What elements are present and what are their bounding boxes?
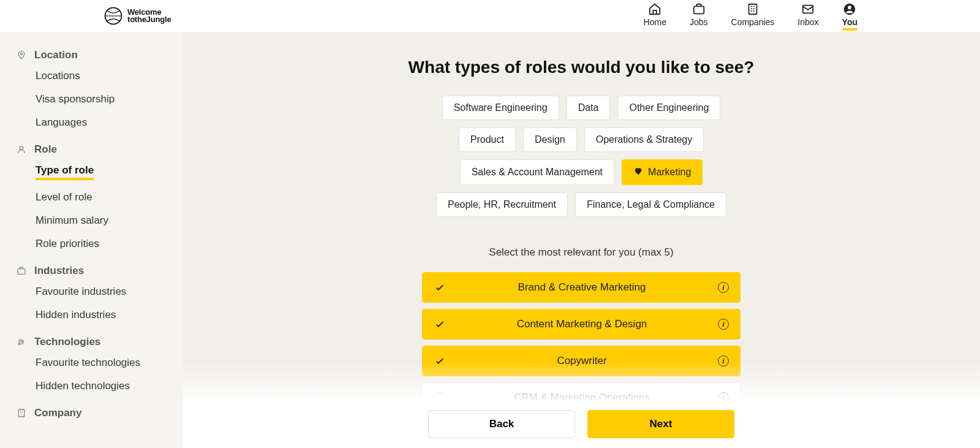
sidebar-item-hidden-industries[interactable]: Hidden industries	[36, 309, 116, 321]
nav-companies[interactable]: Companies	[731, 2, 775, 29]
role-options: Brand & Creative MarketingiContent Marke…	[422, 272, 741, 413]
inbox-icon	[801, 2, 815, 16]
chip-label: Operations & Strategy	[596, 134, 692, 145]
brand-logo[interactable]: Welcome totheJungle	[104, 7, 171, 25]
logo-icon	[104, 7, 123, 25]
role-chip-group: Software EngineeringDataOther Engineerin…	[422, 96, 741, 217]
sidebar-item-role-priorities[interactable]: Role priorities	[36, 238, 99, 250]
info-icon[interactable]: i	[718, 282, 729, 293]
chip-data[interactable]: Data	[567, 96, 611, 120]
nav-jobs[interactable]: Jobs	[690, 2, 708, 29]
nav-inbox[interactable]: Inbox	[797, 2, 818, 29]
logo-text: Welcome totheJungle	[127, 9, 171, 24]
svg-rect-2	[749, 4, 757, 15]
info-icon[interactable]: i	[718, 355, 729, 366]
sidebar-item-languages[interactable]: Languages	[36, 116, 87, 129]
nav-label: You	[842, 17, 858, 27]
back-button[interactable]: Back	[428, 410, 575, 438]
option-copywriter[interactable]: Copywriteri	[422, 346, 741, 376]
you-icon	[843, 2, 856, 16]
nav-you[interactable]: You	[842, 2, 858, 29]
chip-finance-legal-compliance[interactable]: Finance, Legal & Compliance	[575, 192, 726, 217]
sidebar-item-type-of-role[interactable]: Type of role	[36, 164, 94, 180]
check-icon	[434, 355, 446, 366]
option-brand-creative-marketing[interactable]: Brand & Creative Marketingi	[422, 272, 741, 303]
chip-label: Sales & Account Management	[472, 167, 603, 178]
chip-label: Design	[535, 134, 565, 145]
chip-people-hr-recruitment[interactable]: People, HR, Recruitment	[436, 192, 568, 217]
shell: LocationLocationsVisa sponsorshipLanguag…	[0, 32, 980, 448]
nav-label: Inbox	[797, 17, 818, 27]
option-label: Content Marketing & Design	[446, 318, 718, 330]
section-head: Role	[16, 143, 168, 156]
location-icon	[16, 50, 27, 61]
section-company: Company	[16, 407, 168, 428]
svg-rect-1	[693, 6, 704, 13]
section-head: Industries	[16, 265, 168, 277]
section-items: Favourite technologiesHidden technologie…	[16, 357, 168, 392]
chip-label: Finance, Legal & Compliance	[587, 199, 715, 210]
section-head: Location	[16, 49, 168, 61]
industries-icon	[16, 265, 27, 276]
technologies-icon	[16, 336, 27, 347]
chip-label: Product	[470, 134, 504, 145]
check-icon	[434, 319, 446, 330]
header: Welcome totheJungle HomeJobsCompaniesInb…	[0, 0, 980, 32]
main: What types of roles would you like to se…	[183, 32, 980, 448]
footer: Back Next	[183, 400, 980, 448]
nav-label: Home	[644, 17, 666, 27]
section-items: Type of roleLevel of roleMinimum salaryR…	[16, 164, 168, 250]
sidebar-item-favourite-industries[interactable]: Favourite industries	[36, 286, 126, 298]
jobs-icon	[692, 2, 706, 16]
option-label: Brand & Creative Marketing	[446, 281, 718, 294]
sidebar: LocationLocationsVisa sponsorshipLanguag…	[0, 32, 183, 448]
page-heading: What types of roles would you like to se…	[207, 58, 956, 77]
check-icon	[434, 282, 446, 293]
chip-product[interactable]: Product	[459, 127, 516, 152]
svg-rect-8	[18, 269, 25, 275]
sidebar-item-hidden-technologies[interactable]: Hidden technologies	[36, 380, 130, 392]
section-title: Location	[34, 49, 78, 61]
nav-home[interactable]: Home	[644, 2, 666, 29]
chip-label: Data	[578, 102, 599, 113]
section-industries: IndustriesFavourite industriesHidden ind…	[16, 265, 168, 321]
option-content-marketing-design[interactable]: Content Marketing & Designi	[422, 309, 741, 340]
chip-software-engineering[interactable]: Software Engineering	[442, 96, 559, 120]
content: What types of roles would you like to se…	[183, 32, 980, 448]
chip-sales-account-management[interactable]: Sales & Account Management	[460, 159, 614, 185]
section-technologies: TechnologiesFavourite technologiesHidden…	[16, 336, 168, 392]
info-icon[interactable]: i	[718, 319, 729, 330]
top-nav: HomeJobsCompaniesInboxYou	[644, 2, 858, 29]
nav-label: Jobs	[690, 17, 708, 27]
option-label: Copywriter	[446, 355, 718, 367]
chip-other-engineering[interactable]: Other Engineering	[617, 96, 720, 120]
sidebar-item-visa-sponsorship[interactable]: Visa sponsorship	[36, 93, 115, 105]
role-icon	[16, 144, 27, 155]
section-items: LocationsVisa sponsorshipLanguages	[16, 70, 168, 129]
chip-marketing[interactable]: Marketing	[622, 159, 703, 185]
section-location: LocationLocationsVisa sponsorshipLanguag…	[16, 49, 168, 129]
sidebar-item-level-of-role[interactable]: Level of role	[36, 191, 92, 203]
section-head: Company	[16, 407, 168, 419]
svg-point-6	[20, 53, 22, 55]
section-title: Technologies	[34, 336, 100, 348]
logo-line2: totheJungle	[127, 16, 171, 23]
svg-point-7	[20, 146, 23, 150]
chip-label: Other Engineering	[629, 102, 709, 113]
sidebar-item-favourite-technologies[interactable]: Favourite technologies	[36, 357, 140, 369]
next-button[interactable]: Next	[587, 410, 734, 438]
chip-label: Software Engineering	[454, 102, 548, 113]
sub-instruction: Select the most relevant for you (max 5)	[207, 246, 956, 259]
section-title: Industries	[34, 265, 84, 277]
sidebar-item-locations[interactable]: Locations	[36, 70, 80, 82]
chip-operations-strategy[interactable]: Operations & Strategy	[584, 127, 704, 152]
nav-label: Companies	[731, 17, 775, 27]
companies-icon	[746, 2, 760, 16]
sidebar-item-minimum-salary[interactable]: Minimum salary	[36, 215, 108, 227]
section-role: RoleType of roleLevel of roleMinimum sal…	[16, 143, 168, 250]
svg-point-5	[848, 6, 851, 9]
chip-design[interactable]: Design	[523, 127, 577, 152]
section-title: Company	[34, 407, 81, 419]
chip-label: Marketing	[648, 167, 691, 178]
home-icon	[648, 2, 662, 16]
